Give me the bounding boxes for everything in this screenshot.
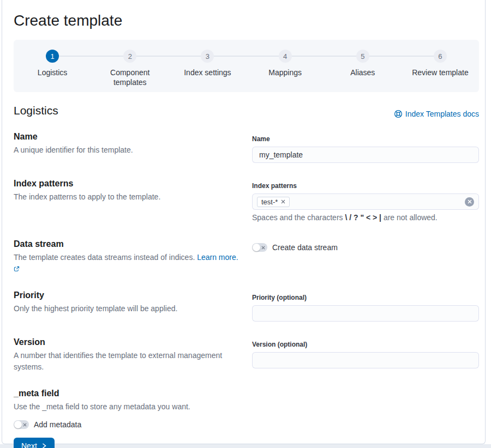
wizard-stepper: 1 Logistics 2 Component templates 3 Inde… [14,40,479,92]
index-patterns-section-description: The index patterns to apply to the templ… [14,191,239,203]
add-metadata-label[interactable]: Add metadata [34,420,81,429]
step-5-label: Aliases [350,68,375,77]
toggle-knob [14,421,22,428]
toggle-off-icon [23,423,27,427]
index-patterns-field-label: Index patterns [252,181,479,190]
data-stream-section-description: The template creates data streams instea… [14,252,239,275]
form-row-meta: _meta field Use the _meta field to store… [14,387,479,429]
index-pattern-pill: test-* [257,197,290,207]
index-patterns-combobox[interactable]: test-* [252,193,479,210]
version-input[interactable] [252,352,479,368]
step-6-circle: 6 [434,50,447,63]
remove-pattern-icon[interactable] [281,199,285,204]
step-component-templates[interactable]: 2 Component templates [91,50,169,87]
docs-link-label: Index Templates docs [405,110,479,118]
step-4-circle: 4 [279,50,292,63]
step-aliases[interactable]: 5 Aliases [324,50,402,87]
priority-section-title: Priority [14,289,239,302]
create-data-stream-toggle[interactable] [252,243,267,252]
section-header: Logistics Index Templates docs [14,103,479,118]
data-stream-section-title: Data stream [14,238,239,251]
form-row-index-patterns: Index patterns The index patterns to app… [14,177,479,223]
step-index-settings[interactable]: 3 Index settings [169,50,246,87]
name-section-description: A unique identifier for this template. [14,144,239,156]
step-6-label: Review template [412,68,469,77]
step-5-circle: 5 [356,50,369,63]
form-row-priority: Priority Only the highest priority templ… [14,289,479,322]
toggle-knob [253,244,260,251]
index-patterns-hint: Spaces and the characters \ / ? " < > | … [252,212,479,223]
docs-help-icon [394,110,403,118]
step-logistics[interactable]: 1 Logistics [14,50,91,87]
version-section-title: Version [14,336,239,349]
name-field-label: Name [252,135,479,143]
step-2-circle: 2 [123,50,136,63]
forbidden-characters: \ / ? " < > | [345,213,381,222]
meta-section-title: _meta field [14,387,479,400]
create-data-stream-label[interactable]: Create data stream [272,243,338,252]
clear-patterns-button[interactable] [465,197,474,207]
step-review-template[interactable]: 6 Review template [402,50,479,87]
meta-section-description: Use the _meta field to store any metadat… [14,401,479,413]
learn-more-link[interactable]: Learn more. [197,253,238,262]
step-3-label: Index settings [184,68,231,77]
clear-icon [468,199,472,204]
index-templates-docs-link[interactable]: Index Templates docs [394,110,479,118]
step-3-circle: 3 [201,50,214,63]
priority-input[interactable] [252,305,479,322]
page-title: Create template [14,11,479,31]
index-patterns-section-title: Index patterns [14,177,239,190]
step-1-label: Logistics [38,68,67,77]
next-button[interactable]: Next [14,438,55,448]
form-row-version: Version A number that identifies the tem… [14,336,479,373]
name-input[interactable] [252,147,479,163]
step-mappings[interactable]: 4 Mappings [247,50,324,87]
step-2-label: Component templates [97,68,163,87]
form-row-data-stream: Data stream The template creates data st… [14,238,479,275]
add-metadata-toggle[interactable] [14,420,29,429]
external-link-icon [14,266,20,272]
section-title: Logistics [14,103,58,118]
toggle-off-icon [261,246,265,250]
step-1-circle: 1 [46,50,59,63]
chevron-right-icon [41,443,47,448]
priority-section-description: Only the highest priority template will … [14,303,239,314]
next-button-label: Next [21,441,37,448]
version-field-label: Version (optional) [252,340,479,349]
priority-field-label: Priority (optional) [252,293,479,302]
step-4-label: Mappings [268,68,302,77]
index-pattern-pill-label: test-* [261,198,278,206]
version-section-description: A number that identifies the template to… [14,350,239,373]
form-row-name: Name A unique identifier for this templa… [14,130,479,163]
name-section-title: Name [14,130,239,143]
create-template-card: Create template 1 Logistics 2 Component … [2,0,486,444]
